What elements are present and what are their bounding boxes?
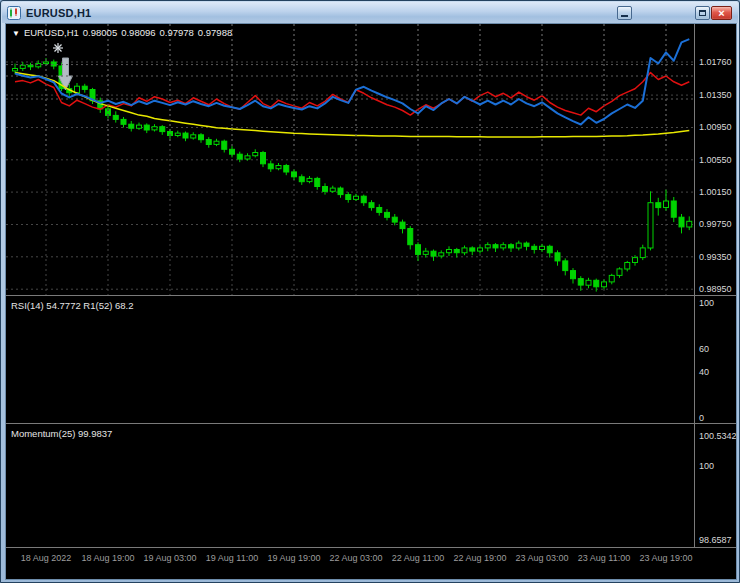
candle bbox=[408, 229, 413, 245]
candle bbox=[687, 221, 692, 227]
price-axis-label: 0.98950 bbox=[699, 284, 732, 294]
candle bbox=[470, 248, 475, 251]
candle bbox=[268, 164, 273, 169]
candle bbox=[493, 245, 498, 248]
time-axis-label: 23 Aug 11:00 bbox=[578, 553, 630, 563]
candle bbox=[330, 188, 335, 191]
price-axis-label: 1.00550 bbox=[699, 155, 732, 165]
momentum-line bbox=[15, 39, 689, 124]
time-axis-label: 19 Aug 11:00 bbox=[206, 553, 258, 563]
rsi-label: RSI(14) 54.7772 R1(52) 68.2 bbox=[11, 300, 134, 311]
window-title: EURUSD,H1 bbox=[26, 7, 91, 19]
candle bbox=[416, 245, 421, 255]
time-axis[interactable]: 18 Aug 202218 Aug 19:0019 Aug 03:0019 Au… bbox=[6, 553, 737, 569]
candle bbox=[299, 177, 304, 182]
rsi-axis-label: 0 bbox=[699, 413, 704, 423]
open-value: 0.98005 bbox=[83, 27, 117, 38]
price-axis-label: 0.99350 bbox=[699, 252, 732, 262]
candle bbox=[501, 245, 506, 248]
panel-separator bbox=[6, 547, 737, 548]
close-value: 0.97988 bbox=[198, 27, 232, 38]
candle bbox=[594, 280, 599, 287]
restore-icon bbox=[699, 10, 706, 16]
time-axis-label: 22 Aug 11:00 bbox=[392, 553, 444, 563]
close-button[interactable]: × bbox=[711, 6, 732, 20]
candle bbox=[671, 201, 676, 217]
candle bbox=[462, 248, 467, 253]
candle bbox=[633, 258, 638, 263]
price-axis-label: 1.01350 bbox=[699, 90, 732, 100]
candle bbox=[385, 212, 390, 217]
time-axis-label: 22 Aug 19:00 bbox=[453, 553, 506, 563]
candle bbox=[532, 246, 537, 249]
price-axis-label: 0.99750 bbox=[699, 219, 732, 229]
candle bbox=[369, 203, 374, 208]
candle bbox=[547, 246, 552, 253]
rsi-axis-label: 40 bbox=[699, 367, 709, 377]
candle bbox=[602, 282, 607, 287]
candle bbox=[338, 188, 343, 195]
candle bbox=[524, 243, 529, 246]
ohlc-header: ▼EURUSD,H10.980050.980960.979780.97988 bbox=[12, 27, 236, 38]
restore-button[interactable] bbox=[695, 6, 710, 20]
candle bbox=[540, 246, 545, 249]
candle bbox=[563, 261, 568, 271]
candle bbox=[447, 250, 452, 253]
candle bbox=[586, 280, 591, 285]
minimize-button[interactable] bbox=[617, 6, 632, 20]
price-axis[interactable]: 1.017601.013501.009501.005501.001500.997… bbox=[695, 24, 737, 580]
candle bbox=[648, 203, 653, 248]
candle bbox=[392, 217, 397, 222]
momentum-axis-label: 98.6587 bbox=[699, 535, 732, 545]
chart-window: EURUSD,H1 × ▼EURUSD,H10.980050.980960.97… bbox=[0, 0, 740, 583]
time-axis-label: 18 Aug 19:00 bbox=[81, 553, 134, 563]
rsi-axis-label: 100 bbox=[699, 298, 714, 308]
minimize-icon bbox=[621, 15, 628, 17]
candle bbox=[284, 166, 289, 173]
candle bbox=[656, 203, 661, 208]
candle bbox=[400, 222, 405, 229]
panel-separator[interactable] bbox=[6, 423, 737, 424]
price-axis-label: 1.00950 bbox=[699, 122, 732, 132]
time-axis-label: 19 Aug 19:00 bbox=[267, 553, 320, 563]
symbol-label: EURUSD,H1 bbox=[24, 27, 79, 38]
candle bbox=[276, 166, 281, 169]
momentum-panel-canvas[interactable] bbox=[6, 24, 694, 146]
candle bbox=[609, 275, 614, 282]
symbol-dropdown-toggle[interactable]: ▼ bbox=[12, 29, 20, 38]
time-axis-label: 23 Aug 19:00 bbox=[639, 553, 692, 563]
price-axis-label: 1.00150 bbox=[699, 187, 732, 197]
time-axis-label: 18 Aug 2022 bbox=[21, 553, 72, 563]
candle bbox=[431, 251, 436, 256]
chart-client-area: ▼EURUSD,H10.980050.980960.979780.97988 R… bbox=[5, 23, 737, 580]
close-icon: × bbox=[712, 7, 731, 19]
candle bbox=[509, 245, 514, 248]
candle bbox=[253, 153, 258, 156]
momentum-axis-label: 100 bbox=[699, 461, 714, 471]
time-axis-label: 23 Aug 03:00 bbox=[515, 553, 568, 563]
candle bbox=[323, 187, 328, 192]
candle bbox=[679, 217, 684, 227]
price-axis-label: 1.01760 bbox=[699, 57, 732, 67]
candle bbox=[292, 172, 297, 177]
candle bbox=[516, 243, 521, 248]
candle bbox=[346, 195, 351, 200]
candle bbox=[230, 149, 235, 154]
candle bbox=[578, 279, 583, 286]
time-axis-label: 22 Aug 03:00 bbox=[329, 553, 382, 563]
momentum-label: Momentum(25) 99.9837 bbox=[11, 428, 112, 439]
candle bbox=[237, 154, 242, 159]
candle bbox=[454, 250, 459, 253]
candle bbox=[555, 253, 560, 261]
candle bbox=[478, 248, 483, 251]
candle bbox=[617, 269, 622, 276]
rsi-axis-label: 60 bbox=[699, 344, 709, 354]
candle bbox=[625, 263, 630, 270]
time-axis-label: 19 Aug 03:00 bbox=[143, 553, 196, 563]
candle bbox=[307, 178, 312, 181]
panel-separator[interactable] bbox=[6, 295, 737, 296]
candle bbox=[261, 153, 266, 164]
candle bbox=[640, 248, 645, 258]
chart-icon bbox=[7, 6, 21, 20]
titlebar[interactable]: EURUSD,H1 × bbox=[2, 2, 738, 23]
